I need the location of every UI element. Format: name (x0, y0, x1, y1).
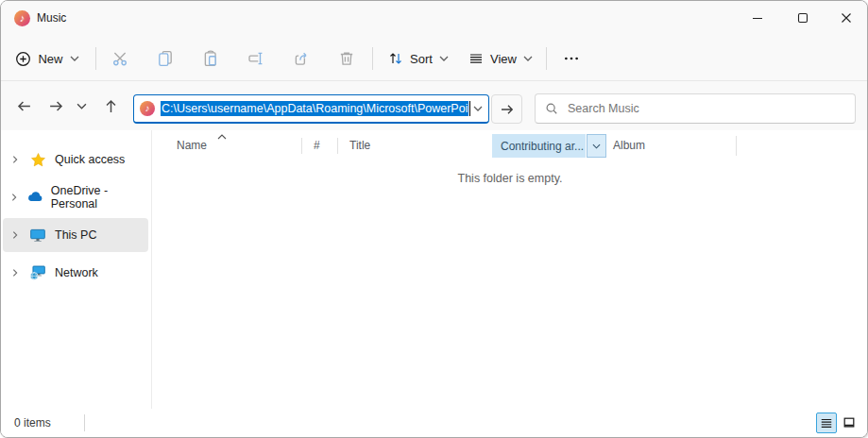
chevron-right-icon[interactable] (3, 268, 27, 278)
title-bar: ♪ Music (1, 1, 867, 36)
empty-folder-message: This folder is empty. (153, 172, 867, 185)
large-icons-view-button[interactable] (839, 413, 859, 433)
search-box[interactable] (535, 93, 856, 124)
share-button[interactable] (286, 43, 316, 74)
chevron-down-icon (523, 56, 533, 61)
sidebar-item-onedrive[interactable]: OneDrive - Personal (3, 180, 148, 214)
file-list-area: Name # Title Contributing ar... Album Th… (153, 130, 867, 409)
more-ellipsis-icon (563, 50, 580, 67)
music-app-icon: ♪ (14, 10, 30, 26)
paste-button[interactable] (196, 43, 226, 74)
column-divider[interactable] (301, 138, 302, 154)
details-view-button[interactable] (816, 413, 837, 433)
sort-ascending-icon (217, 134, 227, 140)
sidebar-item-label: Network (55, 266, 98, 279)
chevron-down-icon (592, 143, 601, 149)
address-bar-input[interactable]: ♪ C:\Users\username\AppData\Roaming\Micr… (133, 94, 489, 124)
window-title: Music (37, 11, 66, 25)
chevron-down-icon (70, 56, 79, 61)
rename-icon (247, 50, 264, 67)
search-input[interactable] (568, 102, 845, 115)
close-icon (839, 10, 854, 25)
up-button[interactable] (97, 93, 124, 119)
cut-button[interactable] (105, 43, 135, 74)
computer-icon (27, 227, 48, 244)
text-caret (469, 101, 470, 116)
column-header-row: Name # Title Contributing ar... Album (153, 134, 867, 158)
view-lines-icon (468, 51, 484, 66)
explorer-window: ♪ Music New (0, 0, 868, 438)
navigation-pane: Quick access OneDrive - Personal This PC… (1, 130, 152, 409)
toolbar-separator (546, 47, 547, 70)
chevron-right-icon[interactable] (3, 155, 27, 164)
share-icon (293, 50, 310, 67)
delete-button[interactable] (332, 43, 362, 74)
column-header-album[interactable]: Album (613, 139, 645, 152)
toolbar-separator (372, 47, 373, 70)
go-to-button[interactable] (491, 94, 522, 124)
cut-icon (111, 50, 128, 67)
back-arrow-icon (16, 98, 32, 114)
large-icons-view-icon (842, 416, 856, 430)
music-folder-icon: ♪ (140, 101, 155, 116)
column-header-name[interactable]: Name (177, 139, 207, 152)
address-row: ♪ C:\Users\username\AppData\Roaming\Micr… (1, 81, 867, 130)
rename-button[interactable] (241, 43, 271, 74)
details-view-icon (820, 416, 833, 430)
address-dropdown-chevron-icon[interactable] (473, 106, 483, 111)
new-button-label: New (38, 52, 62, 66)
trash-icon (338, 50, 355, 67)
maximize-button[interactable] (781, 1, 825, 35)
chevron-down-icon (439, 56, 449, 61)
column-header-title[interactable]: Title (349, 139, 370, 152)
copy-button[interactable] (150, 43, 180, 74)
column-header-contributing-artists[interactable]: Contributing ar... (492, 134, 586, 158)
search-icon (545, 102, 558, 115)
sidebar-item-quick-access[interactable]: Quick access (3, 143, 148, 177)
up-arrow-icon (103, 98, 119, 114)
status-bar: 0 items (1, 409, 867, 437)
column-header-label: Contributing ar... (501, 140, 584, 153)
sort-button[interactable]: Sort (382, 42, 455, 75)
chevron-down-icon (77, 103, 87, 110)
column-filter-button[interactable] (587, 134, 606, 158)
onedrive-cloud-icon (26, 189, 44, 206)
command-toolbar: New (1, 36, 867, 81)
paste-icon (202, 50, 219, 67)
toolbar-separator (95, 47, 96, 70)
plus-circle-icon (15, 51, 31, 67)
view-button-label: View (490, 52, 517, 66)
chevron-right-icon[interactable] (3, 193, 26, 202)
sort-arrows-icon (388, 51, 403, 66)
sort-button-label: Sort (410, 52, 433, 66)
sidebar-item-this-pc[interactable]: This PC (3, 218, 148, 252)
maximize-icon (795, 10, 810, 25)
recent-locations-button[interactable] (71, 93, 92, 119)
minimize-icon (750, 10, 765, 25)
items-count: 0 items (14, 416, 51, 430)
chevron-right-icon[interactable] (3, 230, 27, 240)
column-divider[interactable] (736, 136, 737, 156)
column-divider[interactable] (337, 138, 338, 154)
sidebar-item-network[interactable]: Network (3, 256, 148, 290)
sidebar-item-label: This PC (55, 228, 96, 242)
back-button[interactable] (10, 93, 37, 119)
close-button[interactable] (825, 1, 868, 35)
network-icon (27, 264, 48, 281)
address-path-selected-text: C:\Users\username\AppData\Roaming\Micros… (161, 101, 468, 116)
status-divider (84, 414, 85, 431)
sidebar-item-label: Quick access (55, 153, 125, 166)
sidebar-item-label: OneDrive - Personal (51, 184, 148, 211)
more-options-button[interactable] (554, 43, 588, 74)
forward-arrow-icon (48, 98, 64, 114)
view-button[interactable]: View (463, 42, 538, 75)
column-header-number[interactable]: # (314, 139, 320, 152)
minimize-button[interactable] (736, 1, 779, 35)
copy-icon (157, 50, 174, 67)
go-arrow-icon (500, 102, 515, 117)
new-button[interactable]: New (9, 42, 86, 75)
star-icon (27, 152, 48, 168)
forward-button[interactable] (43, 93, 69, 119)
